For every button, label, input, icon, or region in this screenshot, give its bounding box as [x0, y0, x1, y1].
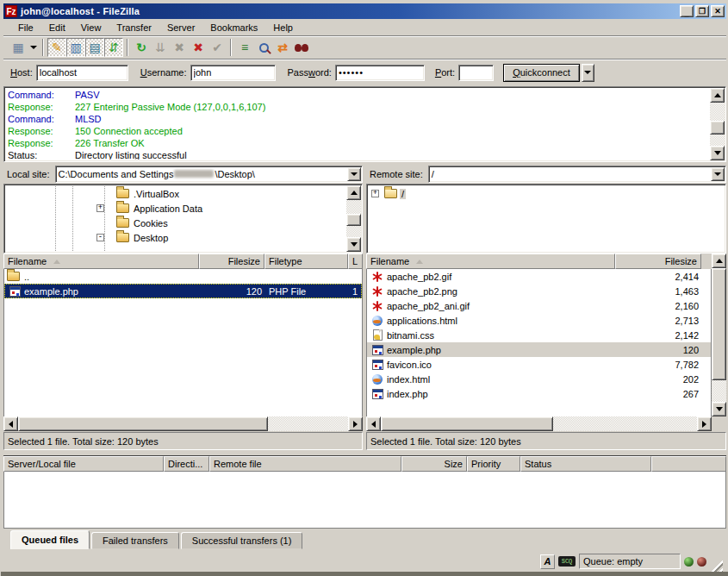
menu-edit[interactable]: Edit: [41, 21, 73, 34]
directory-filters-button[interactable]: ≡: [235, 38, 254, 57]
column-header-lastmodified[interactable]: L: [348, 254, 363, 269]
expand-icon[interactable]: +: [371, 190, 379, 197]
scroll-up-button[interactable]: [346, 185, 361, 200]
transfer-type-indicator-icon[interactable]: A: [540, 554, 555, 569]
file-row[interactable]: index.php 267: [367, 386, 711, 401]
tree-item-virtualbox[interactable]: .VirtualBox: [6, 186, 345, 201]
file-row[interactable]: apache_pb2.png 1,463: [367, 284, 711, 298]
menu-file[interactable]: File: [10, 21, 41, 34]
window-bottom-edge: [1, 572, 728, 576]
local-site-bar: Local site: C:\Documents and Settings\De…: [3, 166, 363, 183]
queue-column-direction[interactable]: Directi...: [164, 456, 209, 472]
column-header-filename[interactable]: Filename: [3, 254, 199, 269]
process-queue-button[interactable]: ⇊: [151, 38, 170, 57]
menu-view[interactable]: View: [73, 21, 109, 34]
speed-limits-icon[interactable]: SCQ: [558, 556, 576, 567]
maximize-button[interactable]: ❐: [695, 5, 709, 17]
tree-item-application-data[interactable]: + Application Data: [6, 201, 345, 216]
file-row[interactable]: applications.html 2,713: [367, 313, 711, 328]
scroll-left-button[interactable]: [366, 416, 381, 431]
menu-server[interactable]: Server: [159, 21, 202, 34]
column-header-filename[interactable]: Filename: [366, 254, 615, 269]
disconnect-button[interactable]: ✖: [189, 38, 208, 57]
scrollbar-thumb[interactable]: [381, 416, 553, 431]
queue-column-priority[interactable]: Priority: [467, 456, 520, 472]
resize-grip[interactable]: [710, 559, 723, 572]
activity-led-green-icon: [684, 557, 694, 567]
log-line: Response:226 Transfer OK: [8, 137, 709, 149]
tree-item-desktop[interactable]: - Desktop: [6, 230, 345, 245]
toggle-message-log-button[interactable]: ✎: [47, 38, 66, 57]
scroll-right-button[interactable]: [348, 416, 363, 431]
sync-arrows-icon: ⇄: [277, 41, 288, 53]
menu-bookmarks[interactable]: Bookmarks: [202, 21, 265, 34]
scroll-down-button[interactable]: [712, 402, 726, 416]
expand-icon[interactable]: +: [96, 204, 104, 212]
column-header-filesize[interactable]: Filesize: [615, 254, 701, 269]
site-manager-dropdown[interactable]: [28, 38, 39, 57]
log-scrollbar[interactable]: [710, 88, 725, 160]
column-header-filesize[interactable]: Filesize: [199, 254, 264, 269]
minimize-button[interactable]: _: [680, 5, 694, 17]
tab-failed-transfers[interactable]: Failed transfers: [91, 532, 179, 549]
local-tree-scrollbar[interactable]: [346, 185, 361, 252]
site-manager-button[interactable]: ▦: [9, 38, 28, 57]
toggle-local-tree-button[interactable]: ▥: [66, 38, 85, 57]
queue-list[interactable]: [3, 472, 726, 529]
scrollbar-thumb[interactable]: [346, 214, 361, 226]
quickconnect-button[interactable]: Quickconnect: [503, 64, 580, 82]
remote-vertical-scrollbar[interactable]: [712, 254, 726, 416]
folder-icon: [116, 203, 129, 213]
file-row[interactable]: apache_pb2.gif 2,414: [367, 269, 711, 284]
file-row[interactable]: favicon.ico 7,782: [367, 357, 711, 372]
file-row-example-php[interactable]: example.php 120 PHP File 1: [4, 284, 362, 298]
close-button[interactable]: ✕: [711, 5, 725, 17]
cancel-operation-button[interactable]: ✖: [170, 38, 189, 57]
synchronized-browsing-button[interactable]: ⇄: [273, 38, 292, 57]
scroll-up-button[interactable]: [710, 88, 725, 103]
scrollbar-thumb[interactable]: [710, 121, 725, 135]
host-input[interactable]: [36, 65, 128, 81]
file-row-updir[interactable]: ..: [4, 269, 362, 284]
local-horizontal-scrollbar[interactable]: [3, 416, 363, 431]
quickconnect-dropdown[interactable]: [582, 64, 594, 82]
remote-path-dropdown[interactable]: [711, 167, 725, 181]
file-row[interactable]: index.html 202: [367, 372, 711, 386]
queue-column-server-local[interactable]: Server/Local file: [3, 456, 164, 472]
collapse-icon[interactable]: -: [96, 234, 104, 241]
column-header-filetype[interactable]: Filetype: [264, 254, 348, 269]
tab-queued-files[interactable]: Queued files: [10, 530, 90, 549]
password-input[interactable]: [335, 65, 425, 81]
local-path-dropdown[interactable]: [347, 167, 361, 181]
directory-comparison-button[interactable]: [254, 38, 273, 57]
scroll-right-button[interactable]: [697, 416, 712, 431]
queue-column-size[interactable]: Size: [401, 456, 467, 472]
tree-item-root[interactable]: + /: [369, 186, 724, 201]
remote-path-combobox[interactable]: /: [428, 166, 726, 183]
file-row[interactable]: bitnami.css 2,142: [367, 328, 711, 342]
queue-column-remote-file[interactable]: Remote file: [209, 456, 401, 472]
reconnect-button[interactable]: ✔: [208, 38, 227, 57]
remote-horizontal-scrollbar[interactable]: [366, 416, 712, 431]
tree-item-cookies[interactable]: Cookies: [6, 216, 345, 230]
sort-ascending-icon: [53, 260, 60, 264]
scroll-up-button[interactable]: [712, 254, 726, 268]
scroll-down-button[interactable]: [346, 237, 361, 252]
scrollbar-thumb[interactable]: [712, 268, 726, 380]
file-row[interactable]: apache_pb2_ani.gif 2,160: [367, 298, 711, 313]
queue-column-status[interactable]: Status: [520, 456, 651, 472]
file-row-selected[interactable]: example.php 120: [367, 342, 711, 357]
scrollbar-thumb[interactable]: [18, 416, 268, 431]
menu-help[interactable]: Help: [265, 21, 301, 34]
menu-transfer[interactable]: Transfer: [109, 21, 159, 34]
toggle-queue-button[interactable]: ⇵: [104, 38, 123, 57]
refresh-button[interactable]: ↻: [132, 38, 151, 57]
local-path-combobox[interactable]: C:\Documents and Settings\Desktop\: [55, 166, 363, 183]
scroll-down-button[interactable]: [710, 146, 725, 160]
tab-successful-transfers[interactable]: Successful transfers (1): [181, 532, 303, 549]
toggle-remote-tree-button[interactable]: ▤: [85, 38, 104, 57]
find-files-button[interactable]: [292, 38, 311, 57]
port-input[interactable]: [458, 65, 494, 81]
scroll-left-button[interactable]: [3, 416, 18, 431]
username-input[interactable]: [190, 65, 276, 81]
